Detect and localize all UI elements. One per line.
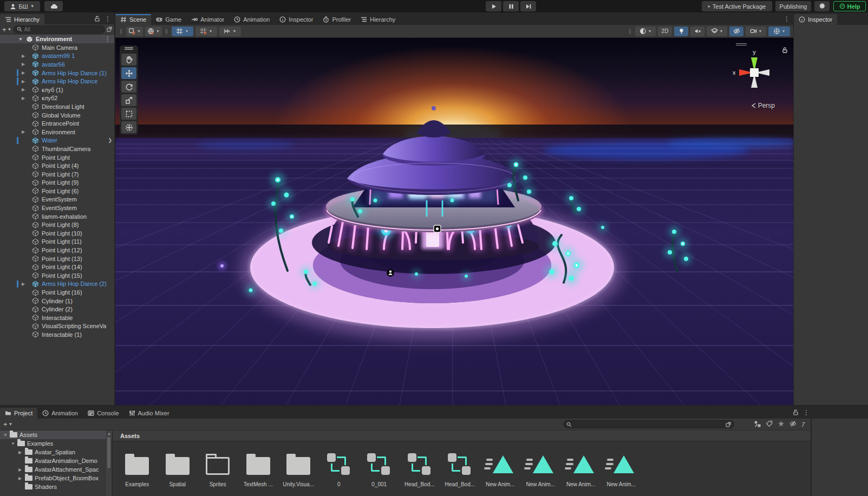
hierarchy-item[interactable]: ▶ Point Light (14) ❯: [0, 263, 114, 271]
expander-icon[interactable]: ▶: [22, 129, 27, 134]
tab-game[interactable]: Game: [151, 14, 186, 25]
expander-icon[interactable]: ▶: [22, 70, 27, 75]
hierarchy-item[interactable]: ▶ Cylinder (1) ❯: [0, 297, 114, 305]
hierarchy-item[interactable]: ▶ Point Light (15) ❯: [0, 271, 114, 280]
rect-tool-button[interactable]: [121, 108, 136, 120]
gizmo-lock-icon[interactable]: [782, 45, 788, 55]
hierarchy-item[interactable]: ▶ Arms Hip Hop Dance (2) ❯: [0, 280, 114, 289]
lock-icon[interactable]: [793, 408, 799, 417]
tab-inspector-panel[interactable]: Inspector: [794, 14, 837, 25]
account-button[interactable]: БШ ▼: [4, 1, 40, 11]
tab-profiler[interactable]: Profiler: [318, 14, 356, 25]
test-active-package-button[interactable]: ▸ Test Active Package: [702, 1, 772, 11]
hierarchy-item[interactable]: ▶ Environment ❯: [0, 128, 114, 136]
asset-item[interactable]: Spatial: [158, 446, 198, 496]
scene-camera-button[interactable]: ▼: [746, 27, 766, 36]
scene-viewport[interactable]: y x Persp: [115, 38, 793, 405]
tab-audio-mixer[interactable]: Audio Mixer: [124, 408, 174, 419]
hand-tool-button[interactable]: [121, 54, 136, 66]
toolbar-grip[interactable]: ∥: [629, 28, 632, 34]
expander-icon[interactable]: ▶: [22, 54, 27, 58]
hierarchy-item[interactable]: ▶ EventSystem ❯: [0, 195, 114, 204]
tree-row[interactable]: ▶ PrefabObject_BoomBox: [0, 474, 112, 482]
grid-snapping-button[interactable]: ▼: [172, 27, 193, 36]
expander-icon[interactable]: ▶: [22, 282, 27, 286]
asset-item[interactable]: Unity.Visua...: [278, 446, 319, 496]
hierarchy-item[interactable]: ▶ Point Light (10) ❯: [0, 229, 114, 238]
tab-console[interactable]: Console: [83, 408, 123, 419]
search-by-label-icon[interactable]: [766, 420, 773, 429]
hierarchy-item[interactable]: ▶ Point Light (4) ❯: [0, 161, 114, 170]
hierarchy-item[interactable]: ▶ Point Light (6) ❯: [0, 187, 114, 195]
tab-scene[interactable]: Scene: [115, 14, 151, 25]
2d-toggle-button[interactable]: 2D: [658, 27, 672, 36]
assets-breadcrumb[interactable]: Assets: [113, 430, 811, 441]
effects-button[interactable]: ▼: [707, 27, 727, 36]
play-button[interactable]: [486, 1, 501, 11]
tree-row[interactable]: Shaders: [0, 482, 112, 491]
orientation-gizmo[interactable]: y x: [728, 48, 778, 97]
hierarchy-item[interactable]: ▶ Point Light (11) ❯: [0, 238, 114, 246]
hierarchy-item[interactable]: ▶ liamm-exhalation ❯: [0, 212, 114, 221]
gizmo-center-cube[interactable]: [750, 68, 759, 77]
expander-icon[interactable]: ▶: [22, 62, 27, 67]
toolstrip-grip[interactable]: [125, 49, 133, 50]
panel-menu-icon[interactable]: ⋮: [105, 15, 111, 23]
snap-settings-button[interactable]: ▼: [219, 27, 241, 36]
scene-menu-icon[interactable]: ⋮: [105, 35, 111, 43]
hierarchy-item[interactable]: ▶ Point Light (9) ❯: [0, 179, 114, 187]
scene-lighting-button[interactable]: [674, 27, 688, 36]
expander-icon[interactable]: ▼: [3, 433, 9, 438]
search-by-type-icon[interactable]: [754, 420, 761, 429]
tab-animation-dock[interactable]: Animation: [37, 408, 83, 419]
asset-item[interactable]: Head_Bod...: [400, 446, 440, 496]
scroll-up-arrow[interactable]: ▲: [107, 432, 111, 435]
hierarchy-search[interactable]: [14, 25, 105, 34]
scale-tool-button[interactable]: [121, 94, 136, 106]
expander-icon[interactable]: ▶: [22, 79, 27, 84]
hierarchy-search-input[interactable]: [24, 27, 102, 32]
project-search[interactable]: [563, 420, 734, 428]
open-search-window-icon[interactable]: [726, 420, 731, 429]
hierarchy-item[interactable]: ▶ ThumbnailCamera ❯: [0, 145, 114, 153]
hierarchy-item[interactable]: ▶ EventSystem ❯: [0, 204, 114, 212]
hierarchy-item[interactable]: ▶ EntrancePoint ❯: [0, 119, 114, 128]
step-button[interactable]: [520, 1, 536, 11]
expander-icon[interactable]: ▼: [11, 441, 16, 446]
tab-animator[interactable]: Animator: [186, 14, 229, 25]
asset-item[interactable]: New Anim...: [480, 446, 521, 496]
favorites-star-icon[interactable]: [778, 420, 785, 429]
create-asset-button[interactable]: +▼: [3, 420, 13, 428]
hierarchy-item[interactable]: ▶ Point Light (7) ❯: [0, 170, 114, 179]
expander-icon[interactable]: ▶: [22, 96, 27, 101]
scene-root-row[interactable]: ▼ Environment ⋮: [0, 35, 114, 43]
hierarchy-item[interactable]: ▶ Point Light (13) ❯: [0, 254, 114, 263]
tab-project[interactable]: Project: [0, 408, 37, 419]
gizmos-button[interactable]: ▼: [768, 27, 790, 36]
asset-item[interactable]: New Anim...: [601, 446, 642, 496]
prefab-open-chevron-icon[interactable]: ❯: [108, 138, 112, 143]
camera-settings-grip[interactable]: [736, 42, 747, 45]
toolbar-grip[interactable]: ∥: [165, 28, 168, 34]
hierarchy-item[interactable]: ▶ Arms Hip Hop Dance ❯: [0, 77, 114, 86]
tab-animation[interactable]: Animation: [229, 14, 275, 25]
asset-item[interactable]: New Anim...: [520, 446, 561, 496]
hierarchy-item[interactable]: ▶ Water ❯: [0, 136, 114, 145]
cloud-button[interactable]: [44, 1, 63, 11]
hierarchy-item[interactable]: ▶ Point Light (12) ❯: [0, 246, 114, 254]
hierarchy-item[interactable]: ▶ Main Camera ❯: [0, 43, 114, 52]
hierarchy-item[interactable]: ▶ Arms Hip Hop Dance (1) ❯: [0, 69, 114, 77]
projection-toggle[interactable]: Persp: [751, 102, 775, 109]
tree-row[interactable]: AvatarAnimation_Demo: [0, 456, 112, 465]
asset-item[interactable]: Head_Bod...: [440, 446, 480, 496]
expander-icon[interactable]: ▼: [18, 37, 23, 42]
hierarchy-item[interactable]: ▶ Point Light ❯: [0, 153, 114, 162]
tree-row[interactable]: ▼ Assets: [0, 430, 112, 439]
hierarchy-item[interactable]: ▶ avatar56 ❯: [0, 60, 114, 69]
scrollbar-thumb[interactable]: [107, 437, 110, 468]
lock-icon[interactable]: [94, 14, 100, 24]
hierarchy-item[interactable]: ▶ Global Volume ❯: [0, 111, 114, 120]
tab-inspector[interactable]: Inspector: [275, 14, 318, 25]
hierarchy-item[interactable]: ▶ VisualScripting SceneVa ❯: [0, 322, 114, 331]
tab-hierarchy-2[interactable]: Hierarchy: [356, 14, 400, 25]
